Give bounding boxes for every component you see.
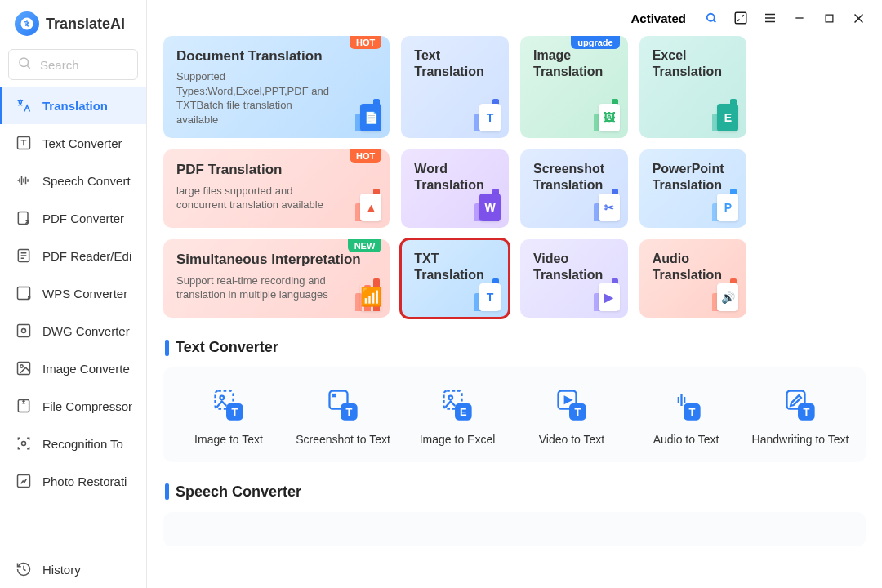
dwg-icon — [15, 322, 33, 340]
svg-rect-15 — [735, 12, 746, 24]
interpretation-icon: 📶 — [332, 270, 381, 311]
new-badge: NEW — [348, 239, 382, 252]
image-to-excel-icon: E — [439, 387, 476, 425]
text-icon: T — [452, 91, 501, 131]
section-title: Speech Converter — [176, 483, 301, 501]
svg-line-1 — [27, 65, 29, 68]
sidebar-item-speech-convert[interactable]: Speech Convert — [0, 162, 146, 199]
card-title: Text Translation — [414, 47, 496, 80]
speech-converter-row — [163, 512, 866, 546]
card-simultaneous-interpretation[interactable]: NEW Simultaneous Interpretation Support … — [163, 239, 390, 318]
txt-icon: T — [452, 270, 501, 311]
sidebar-item-file-compressor[interactable]: File Compressor — [0, 387, 146, 425]
hot-badge: HOT — [350, 36, 381, 49]
minimize-icon[interactable] — [792, 11, 807, 25]
sidebar-item-label: WPS Converter — [42, 287, 127, 301]
restore-icon — [15, 472, 33, 490]
svg-point-13 — [707, 14, 715, 21]
card-pdf-translation[interactable]: HOT PDF Translation large files supporte… — [163, 149, 390, 228]
card-image-translation[interactable]: upgrade Image Translation 🖼 — [520, 36, 628, 138]
sidebar-item-wps-converter[interactable]: WPS Converter — [0, 274, 146, 312]
image-to-text-icon: T — [210, 387, 247, 425]
screenshot-to-text-icon: T — [324, 387, 362, 425]
card-subtitle: Support real-time recording and translat… — [176, 274, 336, 302]
nav: Translation Text Converter Speech Conver… — [0, 87, 146, 550]
conv-label: Audio to Text — [653, 433, 719, 448]
svg-rect-20 — [826, 15, 833, 22]
card-title: Image Translation — [533, 47, 615, 80]
svg-point-31 — [448, 396, 452, 400]
svg-text:T: T — [574, 406, 581, 418]
maximize-icon[interactable] — [822, 11, 836, 25]
sidebar-item-text-converter[interactable]: Text Converter — [0, 124, 146, 162]
pdf-converter-icon — [15, 209, 33, 227]
close-icon[interactable] — [851, 11, 866, 25]
svg-point-0 — [20, 58, 29, 67]
settings-icon[interactable] — [704, 11, 719, 25]
capture-icon[interactable] — [733, 11, 748, 25]
history-icon — [15, 560, 33, 578]
card-txt-translation[interactable]: TXT Translation T — [401, 239, 509, 318]
sidebar-item-label: File Compressor — [42, 399, 132, 413]
sidebar-item-pdf-reader[interactable]: PDF Reader/Edi — [0, 237, 146, 274]
section-bar-icon — [165, 340, 169, 356]
card-text-translation[interactable]: Text Translation T — [401, 36, 509, 138]
svg-line-14 — [714, 20, 716, 23]
section-speech-converter: Speech Converter — [165, 483, 866, 501]
section-title: Text Converter — [176, 339, 278, 356]
svg-text:T: T — [803, 406, 809, 418]
sidebar-item-history[interactable]: History — [0, 550, 146, 588]
svg-rect-8 — [18, 363, 30, 375]
conv-label: Image to Text — [194, 433, 263, 448]
conv-screenshot-to-text[interactable]: T Screenshot to Text — [286, 387, 400, 448]
sidebar-item-label: PDF Reader/Edi — [42, 249, 131, 263]
sidebar: TranslateAI Translation Text Converter S… — [0, 0, 147, 588]
text-converter-row: T Image to Text T Screenshot to Text E I… — [163, 368, 866, 462]
compress-icon — [15, 397, 33, 415]
handwriting-to-text-icon: T — [782, 387, 819, 425]
card-powerpoint-translation[interactable]: PowerPoint Translation P — [639, 149, 747, 228]
titlebar: Activated — [147, 0, 882, 36]
search-box[interactable] — [8, 49, 138, 80]
sidebar-item-photo-restoration[interactable]: Photo Restorati — [0, 462, 146, 500]
svg-text:T: T — [688, 406, 695, 418]
card-excel-translation[interactable]: Excel Translation E — [639, 36, 747, 138]
svg-rect-6 — [18, 325, 30, 337]
conv-handwriting-to-text[interactable]: T Handwriting to Text — [743, 387, 858, 448]
card-document-translation[interactable]: HOT Document Translation Supported Types… — [163, 36, 390, 138]
card-screenshot-translation[interactable]: Screenshot Translation ✂ — [520, 149, 628, 228]
conv-label: Screenshot to Text — [296, 433, 390, 448]
text-converter-icon — [15, 134, 33, 152]
card-word-translation[interactable]: Word Translation W — [401, 149, 509, 228]
brand-logo-icon — [15, 11, 39, 36]
sidebar-item-label: PDF Converter — [42, 212, 124, 225]
brand-name: TranslateAI — [46, 16, 125, 33]
word-icon: W — [452, 180, 501, 221]
conv-label: Image to Excel — [420, 433, 496, 448]
screenshot-icon: ✂ — [571, 180, 620, 221]
svg-text:T: T — [345, 406, 352, 418]
image-icon — [15, 359, 33, 377]
wps-icon — [15, 284, 33, 302]
ppt-icon: P — [689, 180, 738, 221]
translation-grid: HOT Document Translation Supported Types… — [163, 36, 866, 318]
menu-icon[interactable] — [763, 11, 777, 25]
conv-image-to-text[interactable]: T Image to Text — [172, 387, 286, 448]
svg-point-11 — [22, 442, 26, 446]
sidebar-item-dwg-converter[interactable]: DWG Converter — [0, 312, 146, 350]
card-video-translation[interactable]: Video Translation ▶ — [520, 239, 628, 318]
conv-video-to-text[interactable]: T Video to Text — [514, 387, 629, 448]
sidebar-item-image-converter[interactable]: Image Converte — [0, 350, 146, 387]
conv-audio-to-text[interactable]: T Audio to Text — [629, 387, 743, 448]
svg-point-7 — [22, 329, 26, 333]
sidebar-item-label: DWG Converter — [42, 324, 130, 338]
conv-image-to-excel[interactable]: E Image to Excel — [400, 387, 514, 448]
sidebar-item-recognition[interactable]: Recognition To — [0, 425, 146, 462]
sidebar-item-pdf-converter[interactable]: PDF Converter — [0, 199, 146, 237]
card-audio-translation[interactable]: Audio Translation 🔊 — [639, 239, 747, 318]
translation-icon — [15, 96, 33, 114]
card-subtitle: Supported Types:Word,Excel,PPT,PDF and T… — [176, 69, 336, 127]
conv-label: Video to Text — [539, 433, 604, 448]
sidebar-item-translation[interactable]: Translation — [0, 87, 146, 124]
card-title: Excel Translation — [653, 47, 734, 80]
